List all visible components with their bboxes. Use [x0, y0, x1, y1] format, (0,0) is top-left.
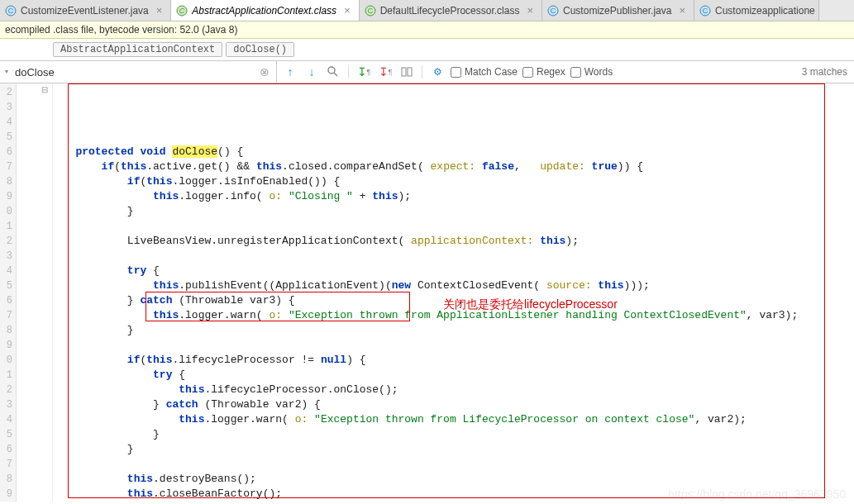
line-number: 9	[0, 338, 16, 353]
svg-text:C: C	[179, 7, 185, 15]
svg-text:C: C	[703, 7, 708, 15]
svg-rect-13	[408, 68, 412, 76]
filter-toggle-icon[interactable]	[398, 64, 415, 80]
search-input[interactable]	[15, 66, 256, 78]
next-match-icon[interactable]: ↓	[303, 64, 320, 80]
match-case-checkbox[interactable]: Match Case	[451, 66, 518, 78]
search-history-icon[interactable]	[325, 64, 341, 80]
line-number: 5	[0, 427, 16, 442]
java-class-icon: C	[176, 5, 188, 17]
fold-icon[interactable]: ⊟	[41, 85, 48, 94]
breadcrumb: AbstractApplicationContext doClose()	[0, 39, 854, 60]
java-class-icon: C	[699, 5, 711, 17]
tab-customize-event-listener[interactable]: C CustomizeEventListener.java ×	[0, 0, 171, 21]
line-number: 4	[0, 115, 16, 130]
line-number: 0	[0, 353, 16, 368]
tab-label: AbstractApplicationContext.class	[192, 5, 336, 17]
regex-checkbox[interactable]: Regex	[522, 66, 565, 78]
search-bar: ▾ ⊗ ↑ ↓ ↧¶ ↧¶ ⚙ Match Case Regex Words 3…	[0, 60, 854, 83]
line-number: 3	[0, 249, 16, 264]
line-number: 5	[0, 130, 16, 145]
editor: 2345678901234567890123456789 ⊟ 关闭也是委托给li…	[0, 83, 854, 502]
tab-label: DefaultLifecycleProcessor.class	[380, 5, 520, 17]
line-number: 2	[0, 85, 16, 100]
line-number: 7	[0, 457, 16, 472]
line-number: 4	[0, 412, 16, 427]
settings-icon[interactable]: ⚙	[429, 64, 446, 80]
filter-remove-icon[interactable]: ↧¶	[377, 64, 394, 80]
tab-customize-publisher[interactable]: C CustomizePublisher.java ×	[542, 0, 694, 21]
line-number: 8	[0, 174, 16, 189]
svg-point-10	[328, 67, 335, 74]
crumb-class[interactable]: AbstractApplicationContext	[53, 42, 222, 57]
annotation-text: 关闭也是委托给lifecycleProcessor	[443, 297, 618, 311]
clear-icon[interactable]: ⊗	[258, 65, 271, 78]
java-class-icon: C	[547, 5, 559, 17]
match-count: 3 matches	[802, 66, 847, 78]
dropdown-icon[interactable]: ▾	[5, 69, 12, 75]
line-number: 6	[0, 442, 16, 457]
svg-text:C: C	[551, 7, 556, 15]
tab-customize-applicatione[interactable]: C Customizeapplicatione	[694, 0, 819, 21]
watermark: https://blog.csdn.net/qq_36963950	[668, 487, 846, 501]
line-number: 0	[0, 204, 16, 219]
line-number: 3	[0, 397, 16, 412]
line-number: 2	[0, 234, 16, 249]
line-number: 2	[0, 383, 16, 397]
tab-label: Customizeapplicatione	[715, 5, 815, 17]
line-number: 8	[0, 472, 16, 487]
line-number: 7	[0, 308, 16, 323]
svg-rect-12	[402, 68, 406, 76]
tab-label: CustomizePublisher.java	[563, 5, 671, 17]
java-class-icon: C	[5, 5, 17, 17]
line-number: 8	[0, 323, 16, 338]
line-number: 9	[0, 487, 16, 502]
line-number: 7	[0, 159, 16, 174]
close-icon[interactable]: ×	[156, 4, 163, 17]
tab-default-lifecycle-processor[interactable]: C DefaultLifecycleProcessor.class ×	[360, 0, 542, 21]
close-icon[interactable]: ×	[344, 4, 351, 17]
line-number: 1	[0, 368, 16, 383]
code-area[interactable]: 关闭也是委托给lifecycleProcessor protected void…	[53, 83, 854, 502]
prev-match-icon[interactable]: ↑	[282, 64, 298, 80]
close-icon[interactable]: ×	[679, 4, 685, 17]
line-number: 3	[0, 100, 16, 115]
tab-abstract-app-context[interactable]: C AbstractApplicationContext.class ×	[171, 0, 359, 21]
words-checkbox[interactable]: Words	[570, 66, 613, 78]
svg-line-11	[334, 73, 337, 76]
line-number: 9	[0, 189, 16, 204]
line-number: 5	[0, 278, 16, 293]
svg-text:C: C	[367, 7, 373, 15]
editor-tabs: C CustomizeEventListener.java × C Abstra…	[0, 0, 854, 21]
java-class-icon: C	[365, 5, 376, 17]
svg-text:C: C	[8, 7, 14, 15]
line-number: 1	[0, 219, 16, 234]
line-number: 4	[0, 264, 16, 278]
filter-add-icon[interactable]: ↧¶	[355, 64, 372, 80]
close-icon[interactable]: ×	[527, 4, 533, 17]
line-number: 6	[0, 293, 16, 308]
crumb-method[interactable]: doClose()	[226, 42, 294, 57]
line-gutter: 2345678901234567890123456789	[0, 83, 17, 502]
decompiled-hint-bar: ecompiled .class file, bytecode version:…	[0, 21, 854, 39]
tab-label: CustomizeEventListener.java	[21, 5, 149, 17]
fold-gutter: ⊟	[17, 83, 53, 502]
line-number: 6	[0, 145, 16, 159]
